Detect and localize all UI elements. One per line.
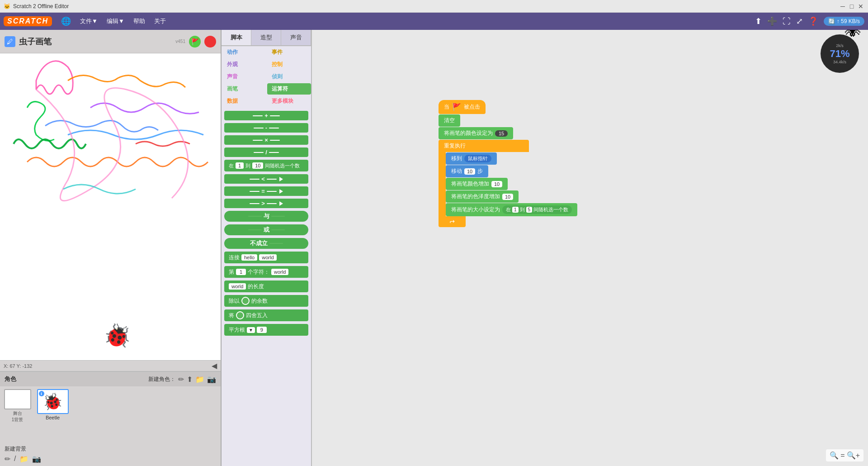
zoom-reset-button[interactable]: = (840, 452, 844, 460)
import-bg-button[interactable]: / (14, 455, 16, 463)
lt-left-input[interactable] (250, 179, 259, 180)
join-v2-input[interactable]: world (259, 254, 276, 261)
block-move-to[interactable]: 移到 鼠标指针 (446, 152, 497, 165)
block-repeat[interactable]: 重复执行 (439, 140, 529, 152)
block-not[interactable]: 不成立 (224, 238, 308, 249)
cat-looks[interactable]: 外观 (222, 58, 266, 71)
add-icon[interactable]: ➕ (767, 16, 777, 26)
and-left-input[interactable] (248, 216, 262, 217)
sprite-beetle-thumb[interactable]: ℹ 🐞 Beetle (36, 389, 70, 440)
camera-sprite-button[interactable]: 📷 (207, 375, 216, 384)
sub-left-input[interactable] (254, 128, 264, 128)
camera-bg-button[interactable]: 📷 (32, 455, 41, 463)
edit-menu[interactable]: 编辑▼ (102, 15, 129, 27)
mul-right-input[interactable] (270, 140, 280, 141)
paint-sprite-button[interactable]: ✏ (178, 375, 184, 384)
block-hat-green-flag[interactable]: 当 🚩 被点击 (439, 100, 486, 114)
folder-sprite-button[interactable]: 📁 (195, 375, 204, 384)
close-button[interactable]: ✕ (857, 3, 864, 10)
mod-circle[interactable] (241, 297, 250, 305)
block-set-pen-size[interactable]: 将画笔的大小设定为 在 1 到 5 间随机选一个数 (446, 203, 577, 216)
cat-data[interactable]: 数据 (222, 95, 266, 107)
round-circle[interactable] (236, 311, 244, 319)
not-input[interactable] (269, 243, 283, 244)
pen-color-value[interactable]: 15 (495, 130, 508, 137)
mul-left-input[interactable] (253, 140, 263, 141)
maximize-button[interactable]: □ (848, 3, 855, 10)
or-right-input[interactable] (271, 229, 285, 230)
cat-operators[interactable]: 运算符 (267, 83, 311, 95)
about-menu[interactable]: 关于 (150, 15, 170, 27)
stop-button[interactable] (204, 36, 216, 48)
gt-left-input[interactable] (250, 203, 259, 204)
stage-thumbnail[interactable]: 舞台1背景 (3, 389, 32, 440)
block-add[interactable]: + (224, 111, 308, 120)
lt-right-input[interactable] (267, 179, 277, 180)
block-round[interactable]: 将 四舍五入 (224, 309, 308, 321)
div-left-input[interactable] (254, 152, 264, 153)
length-v-input[interactable]: world (229, 283, 246, 290)
block-subtract[interactable]: - (224, 123, 308, 133)
zoom-out-button[interactable]: 🔍 (830, 451, 839, 460)
gt-right-input[interactable] (267, 203, 277, 204)
or-left-input[interactable] (248, 229, 262, 230)
letter-v-input[interactable]: world (271, 269, 288, 275)
file-menu[interactable]: 文件▼ (75, 15, 102, 27)
import-sprite-button[interactable]: ⬆ (187, 375, 193, 384)
block-random[interactable]: 在 1 到 10 间随机选一个数 (224, 160, 308, 171)
block-and[interactable]: 与 (224, 211, 308, 222)
goto-target[interactable]: 鼠标指针 (464, 155, 491, 162)
zoom-in-button[interactable]: 🔍+ (847, 451, 860, 460)
sprite-beetle-box[interactable]: ℹ 🐞 (37, 389, 69, 414)
div-right-input[interactable] (269, 152, 279, 153)
sub-right-input[interactable] (269, 128, 279, 128)
globe-icon[interactable]: 🌐 (57, 14, 75, 28)
pen-size-random-block[interactable]: 在 1 到 5 间随机选一个数 (502, 205, 572, 214)
pen-color-inc[interactable]: 10 (491, 181, 502, 187)
mathfunc-input[interactable]: 9 (257, 327, 267, 333)
cat-sound[interactable]: 声音 (222, 71, 266, 83)
sprite-info-icon[interactable]: ℹ (39, 391, 44, 396)
resize-icon[interactable]: ⤢ (796, 16, 803, 26)
block-change-pen-color[interactable]: 将画笔颜色增加 10 (446, 178, 508, 190)
block-length-of[interactable]: world 的长度 (224, 281, 308, 292)
eq-right-input[interactable] (267, 191, 277, 192)
cat-sensing[interactable]: 侦则 (266, 71, 311, 83)
cat-motion[interactable]: 动作 (222, 46, 266, 58)
paint-bg-button[interactable]: ✏ (5, 455, 10, 463)
minimize-button[interactable]: ─ (839, 3, 846, 10)
fullscreen-icon[interactable]: ⛶ (783, 17, 791, 26)
block-multiply[interactable]: × (224, 135, 308, 145)
pen-size-random-from[interactable]: 1 (512, 207, 519, 213)
steps-input[interactable]: 10 (464, 168, 475, 175)
block-letter-of[interactable]: 第 1 个字符： world (224, 266, 308, 278)
green-flag-button[interactable]: 🚩 (189, 36, 201, 48)
cat-pen[interactable]: 画笔 (222, 83, 267, 95)
block-join[interactable]: 连接 hello world (224, 252, 308, 263)
pen-shade-inc[interactable]: 10 (502, 194, 513, 200)
mathfunc-dropdown[interactable]: ▼ (247, 327, 255, 333)
block-greater-than[interactable]: > (224, 199, 308, 208)
block-less-than[interactable]: < (224, 174, 308, 184)
cat-more[interactable]: 更多模块 (266, 95, 311, 107)
cat-control[interactable]: 控制 (266, 58, 311, 71)
add-left-input[interactable] (253, 115, 263, 116)
tab-sounds[interactable]: 声音 (281, 30, 311, 45)
block-math-func[interactable]: 平方根 ▼ 9 (224, 324, 308, 336)
join-v1-input[interactable]: hello (241, 254, 257, 261)
block-move-steps[interactable]: 移动 10 步 (446, 165, 488, 177)
eq-left-input[interactable] (250, 191, 259, 192)
block-divide[interactable]: / (224, 147, 308, 157)
tab-costumes[interactable]: 造型 (251, 30, 281, 45)
add-right-input[interactable] (270, 115, 280, 116)
help-menu[interactable]: 帮助 (129, 15, 150, 27)
random-from-input[interactable]: 1 (236, 162, 244, 169)
block-set-pen-color[interactable]: 将画笔的颜色设定为 15 (439, 127, 513, 139)
block-clear[interactable]: 清空 (439, 114, 460, 127)
tab-scripts[interactable]: 脚本 (222, 30, 251, 45)
letter-n-input[interactable]: 1 (236, 269, 246, 275)
cat-events[interactable]: 事件 (266, 46, 311, 58)
random-to-input[interactable]: 10 (252, 162, 263, 169)
expand-icon[interactable]: ◀ (212, 361, 217, 370)
and-right-input[interactable] (271, 216, 285, 217)
